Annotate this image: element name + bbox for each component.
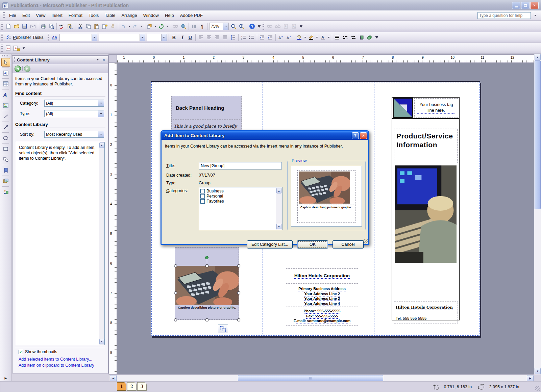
email-button[interactable] (29, 22, 37, 30)
category-row-business[interactable]: Business (200, 189, 275, 193)
menu-file[interactable]: File (6, 11, 19, 19)
toolbar-options-button-2[interactable] (299, 22, 303, 31)
vertical-scrollbar[interactable]: ▲ ▼ (534, 54, 541, 374)
sort-dropdown-icon[interactable] (98, 131, 104, 137)
objects-toolbar-expand[interactable]: ▶ (5, 376, 7, 381)
line-style-button[interactable] (333, 33, 341, 42)
scroll-up-button[interactable]: ▲ (535, 54, 541, 60)
task-pane-menu-icon[interactable] (95, 57, 101, 63)
shadow-style-button[interactable] (358, 33, 366, 42)
handle-top-left[interactable] (174, 264, 177, 267)
front-company-box[interactable]: Hilton Hotels Corporation (394, 302, 458, 313)
task-pane-close-icon[interactable]: × (101, 57, 107, 63)
line-color-dropdown[interactable] (315, 33, 319, 42)
tagline-box[interactable]: Your business tag line here. (414, 98, 458, 117)
justify-button[interactable] (221, 33, 229, 42)
page-3-button[interactable]: 3 (137, 382, 147, 391)
formatting-grip[interactable] (1, 34, 3, 41)
line-spacing-button[interactable] (229, 33, 237, 42)
edit-category-list-button[interactable]: Edit Category List... (247, 240, 293, 249)
rotation-handle[interactable] (205, 256, 208, 259)
objects-toolbar-grip[interactable] (2, 55, 9, 56)
list-scrollbar[interactable]: ▲ ▼ (99, 142, 104, 345)
dialog-title-bar[interactable]: Add Item to Content Library ? × (162, 131, 368, 140)
back-panel-heading-box[interactable]: Back Panel Heading (171, 96, 242, 120)
print-preview-button[interactable] (47, 22, 55, 30)
front-panel-frame[interactable]: Product/Service Information (392, 119, 460, 320)
menu-window[interactable]: Window (140, 11, 162, 19)
line-tool[interactable] (1, 112, 10, 121)
shrink-font-button[interactable]: A (277, 33, 285, 42)
link-text-boxes-button[interactable] (266, 22, 274, 30)
open-button[interactable] (13, 22, 21, 30)
copy-button[interactable] (84, 22, 93, 30)
categories-scroll-down-icon[interactable]: ▼ (276, 224, 281, 229)
category-dropdown-icon[interactable] (98, 100, 104, 106)
horizontal-scroll-thumb[interactable] (238, 375, 383, 381)
toolbar-grip-2[interactable] (263, 23, 264, 30)
web-page-preview-button[interactable] (179, 22, 188, 30)
handle-bottom-center[interactable] (205, 318, 208, 321)
forward-nav-icon[interactable]: ▶ (24, 66, 30, 72)
spelling-button[interactable]: ABC (58, 22, 66, 30)
formatting-grip-2[interactable] (48, 34, 49, 41)
threed-style-button[interactable] (366, 33, 374, 42)
content-library-list[interactable]: Content Library is empty. To add an item… (16, 142, 105, 345)
menu-table[interactable]: Table (102, 11, 118, 19)
menu-arrange[interactable]: Arrange (118, 11, 140, 19)
special-characters-button[interactable]: ¶ (198, 22, 206, 30)
pdf-grip[interactable] (1, 45, 3, 52)
decrease-indent-button[interactable] (258, 33, 266, 42)
dialog-help-icon[interactable]: ? (352, 132, 359, 139)
dialog-resize-grip[interactable] (363, 239, 368, 243)
business-checkbox[interactable] (200, 189, 205, 193)
zoom-in-button[interactable] (238, 22, 246, 30)
picture-frame-tool[interactable] (1, 101, 10, 110)
page-2-button[interactable]: 2 (127, 382, 137, 391)
toolbar-grip[interactable] (1, 23, 3, 30)
increase-indent-button[interactable] (266, 33, 274, 42)
scroll-down-button[interactable]: ▼ (535, 368, 541, 374)
grow-font-button[interactable]: A (285, 33, 293, 42)
research-button[interactable] (66, 22, 74, 30)
categories-list[interactable]: Business Personal Favorites ▲ ▼ (199, 187, 282, 230)
item-title-input[interactable] (199, 162, 282, 169)
design-gallery-tool[interactable] (1, 177, 10, 185)
content-library-tool[interactable] (1, 188, 10, 196)
type-dropdown-icon[interactable] (98, 110, 104, 117)
favorites-checkbox[interactable] (200, 199, 205, 204)
previous-text-box-button[interactable]: A (282, 22, 290, 30)
select-objects-tool[interactable] (1, 58, 10, 67)
align-center-button[interactable] (205, 33, 213, 42)
align-left-button[interactable] (197, 33, 205, 42)
handle-bottom-right[interactable] (237, 318, 240, 321)
fill-color-button[interactable] (295, 33, 303, 42)
group-objects-button[interactable] (218, 324, 228, 333)
columns-button[interactable] (190, 22, 198, 30)
oval-tool[interactable] (1, 134, 10, 142)
menu-grip[interactable] (3, 12, 5, 19)
menu-edit[interactable]: Edit (19, 11, 33, 19)
align-right-button[interactable] (213, 33, 221, 42)
redo-dropdown[interactable] (139, 22, 143, 30)
vertical-scroll-thumb[interactable] (535, 60, 541, 209)
menu-format[interactable]: Format (66, 11, 85, 19)
category-row-personal[interactable]: Personal (200, 194, 275, 199)
company-name-box[interactable]: Hilton Hotels Corporation (286, 268, 358, 283)
selected-picture-group[interactable]: Caption describing picture or graphic. (175, 247, 240, 325)
rectangle-tool[interactable] (1, 145, 10, 153)
publisher-tasks-button[interactable]: Publisher Tasks (4, 33, 47, 42)
menu-tools[interactable]: Tools (85, 11, 102, 19)
scroll-left-button[interactable]: ◀ (110, 375, 117, 381)
menu-help[interactable]: Help (162, 11, 177, 19)
scroll-down-icon[interactable]: ▼ (99, 339, 104, 344)
line-color-button[interactable] (307, 33, 315, 42)
front-tel-box[interactable]: Tel: 555 555 5555 (394, 313, 458, 323)
categories-scroll-up-icon[interactable]: ▲ (276, 188, 281, 193)
show-thumbnails-checkbox[interactable]: ✓ (19, 350, 23, 354)
paste-button[interactable] (93, 22, 101, 30)
dialog-close-icon[interactable]: × (360, 132, 367, 139)
add-clipboard-item-link[interactable]: Add item on clipboard to Content Library (19, 363, 103, 368)
minimize-button[interactable] (512, 2, 520, 9)
menu-insert[interactable]: Insert (48, 11, 66, 19)
